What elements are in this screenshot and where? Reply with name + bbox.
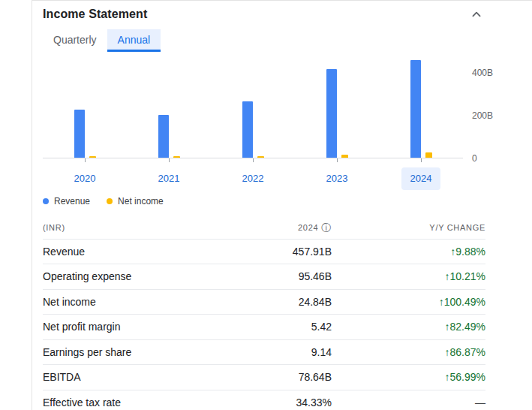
table-header-row: (INR) 2024 ⓘ Y/Y CHANGE: [43, 217, 485, 240]
y-axis-label-200b: 200B: [472, 111, 493, 120]
row-value: 9.14: [242, 346, 332, 358]
x-label-slot-2022: 2022: [211, 167, 295, 190]
row-label: Net profit margin: [43, 321, 242, 333]
row-label: Revenue: [43, 246, 242, 258]
year-label-2023[interactable]: 2023: [317, 167, 357, 190]
revenue-bar-2023[interactable]: [326, 69, 337, 158]
tab-quarterly[interactable]: Quarterly: [43, 29, 107, 52]
bar-group-2020: [43, 55, 127, 158]
income-statement-chart: 400B200B0 20202021202220232024 RevenueNe…: [43, 55, 485, 207]
y-axis-label-0: 0: [472, 154, 477, 163]
revenue-bar-2021[interactable]: [158, 115, 169, 158]
net-income-bar-2023[interactable]: [341, 155, 348, 158]
row-value: 24.84B: [242, 296, 332, 308]
y-axis-labels: 400B200B0: [472, 55, 513, 158]
x-label-slot-2020: 2020: [43, 167, 127, 190]
x-label-slot-2023: 2023: [295, 167, 379, 190]
year-label-2020[interactable]: 2020: [65, 167, 105, 190]
collapse-chevron-up-icon[interactable]: [468, 6, 485, 23]
x-axis-tick: [169, 158, 170, 162]
net-income-legend-dot-icon: [107, 198, 113, 204]
table-row-revenue: Revenue457.91B↑9.88%: [43, 240, 485, 265]
row-value: 34.33%: [242, 396, 332, 408]
row-change: ↑10.21%: [332, 270, 485, 282]
row-label: EBITDA: [43, 371, 242, 383]
x-axis-tick: [337, 158, 338, 162]
legend-label-revenue: Revenue: [54, 196, 90, 207]
net-income-bar-2022[interactable]: [257, 156, 264, 158]
net-income-bar-2021[interactable]: [173, 156, 180, 158]
column-header-year-label: 2024: [298, 223, 318, 232]
bar-group-2022: [211, 55, 295, 158]
year-label-2021[interactable]: 2021: [149, 167, 189, 190]
x-label-slot-2024: 2024: [379, 167, 463, 190]
income-statement-panel: Income Statement Quarterly Annual 400B20…: [32, 0, 532, 410]
financials-table: (INR) 2024 ⓘ Y/Y CHANGE Revenue457.91B↑9…: [43, 217, 485, 410]
year-label-2024[interactable]: 2024: [401, 167, 441, 190]
revenue-bar-2020[interactable]: [74, 110, 85, 158]
year-label-2022[interactable]: 2022: [233, 167, 273, 190]
x-axis-tick: [85, 158, 86, 162]
row-change: ↑9.88%: [332, 246, 485, 258]
table-row-net-profit-margin: Net profit margin5.42↑82.49%: [43, 315, 485, 340]
x-axis-tick: [421, 158, 422, 162]
row-label: Operating expense: [43, 270, 242, 282]
x-label-slot-2021: 2021: [127, 167, 211, 190]
panel-title: Income Statement: [43, 8, 147, 21]
info-icon[interactable]: ⓘ: [321, 223, 332, 233]
row-change: ↑56.99%: [332, 371, 485, 383]
table-row-net-income: Net income24.84B↑100.49%: [43, 290, 485, 315]
table-body: Revenue457.91B↑9.88%Operating expense95.…: [43, 240, 485, 410]
chart-plot: [43, 55, 463, 158]
row-change: —: [332, 396, 485, 408]
row-value: 457.91B: [242, 246, 332, 258]
panel-header: Income Statement: [43, 5, 485, 23]
row-value: 5.42: [242, 321, 332, 333]
revenue-bar-2022[interactable]: [242, 101, 253, 158]
row-value: 95.46B: [242, 270, 332, 282]
chart-legend: RevenueNet income: [43, 196, 485, 207]
bar-group-2024: [379, 55, 463, 158]
row-change: ↑100.49%: [332, 296, 485, 308]
bar-group-2021: [127, 55, 211, 158]
net-income-bar-2020[interactable]: [89, 156, 96, 158]
table-row-effective-tax-rate: Effective tax rate34.33%—: [43, 390, 485, 410]
column-header-year: 2024 ⓘ: [242, 223, 332, 233]
revenue-legend-dot-icon: [43, 198, 49, 204]
table-row-operating-expense: Operating expense95.46B↑10.21%: [43, 264, 485, 290]
revenue-bar-2024[interactable]: [410, 60, 421, 158]
legend-item-revenue: Revenue: [43, 196, 90, 207]
bar-group-2023: [295, 55, 379, 158]
legend-label-net-income: Net income: [118, 196, 164, 207]
table-row-earnings-per-share: Earnings per share9.14↑86.87%: [43, 340, 485, 366]
x-axis-labels: 20202021202220232024: [43, 167, 463, 190]
row-change: ↑86.87%: [332, 346, 485, 358]
row-label: Earnings per share: [43, 346, 242, 358]
y-axis-label-400b: 400B: [472, 68, 493, 77]
x-axis-tick: [253, 158, 254, 162]
table-row-ebitda: EBITDA78.64B↑56.99%: [43, 365, 485, 390]
tab-annual[interactable]: Annual: [107, 29, 161, 52]
row-change: ↑82.49%: [332, 321, 485, 333]
row-label: Effective tax rate: [43, 396, 242, 408]
legend-item-net-income: Net income: [107, 196, 164, 207]
row-value: 78.64B: [242, 371, 332, 383]
column-header-change: Y/Y CHANGE: [332, 223, 485, 232]
period-tabs: Quarterly Annual: [43, 29, 485, 52]
net-income-bar-2024[interactable]: [425, 152, 432, 158]
column-header-currency: (INR): [43, 223, 242, 232]
row-label: Net income: [43, 296, 242, 308]
